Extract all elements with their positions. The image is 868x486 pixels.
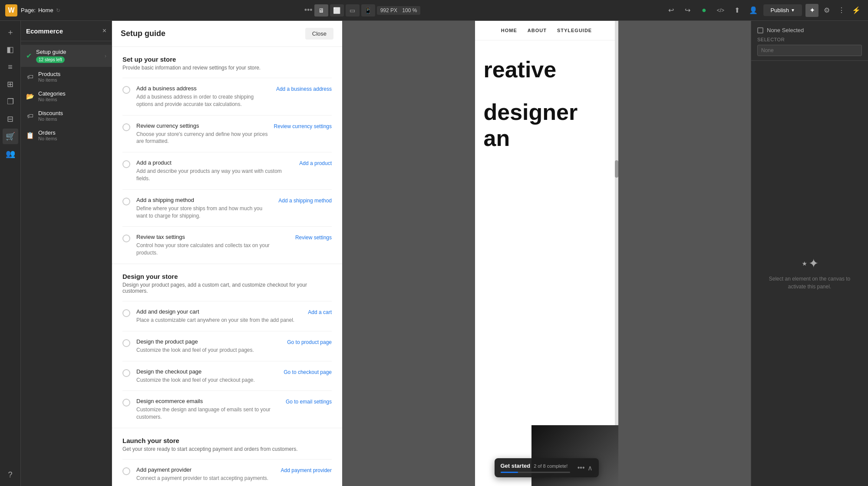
payment-link[interactable]: Add payment provider (281, 467, 332, 473)
checkout-page-link[interactable]: Go to checkout page (284, 369, 332, 375)
ecommerce-panel: Ecommerce × ✔ Setup guide 12 steps left … (21, 21, 112, 486)
cart-desc: Place a customizable cart anywhere on yo… (136, 317, 302, 324)
cms-panel-btn[interactable]: ⊟ (3, 111, 18, 127)
toast-more-btn[interactable]: ••• (578, 464, 585, 472)
site-nav-home[interactable]: HOME (501, 28, 517, 33)
address-content: Add a business address Add a business ad… (136, 85, 270, 108)
mobile-device-btn[interactable]: 📱 (361, 4, 375, 17)
cart-title: Add and design your cart (136, 308, 302, 315)
sidebar-item-discounts[interactable]: 🏷 Discounts No items (21, 106, 112, 126)
none-selected-label: None Selected (767, 27, 804, 33)
setup-store-section: Set up your store Provide basic informat… (112, 47, 342, 264)
setup-guide-panel: Setup guide Close Set up your store Prov… (112, 21, 342, 486)
currency-desc: Choose your store's currency and define … (136, 131, 268, 145)
sidebar-item-orders[interactable]: 📋 Orders No items (21, 126, 112, 145)
desktop-device-btn[interactable]: 🖥 (314, 4, 328, 17)
none-selected-row: None Selected (757, 27, 862, 33)
product-page-desc: Customize the look and feel of your prod… (136, 347, 281, 354)
site-nav-styleguide[interactable]: STYLEGUIDE (557, 28, 592, 33)
website-preview: HOME ABOUT STYLEGUIDE reative designer a… (475, 21, 618, 486)
shipping-link[interactable]: Add a shipping method (278, 198, 332, 204)
address-link[interactable]: Add a business address (276, 86, 332, 92)
topbar-center: ••• 🖥 ⬜ ▭ 📱 992 PX 100 % (64, 4, 661, 17)
redo-btn[interactable]: ↪ (681, 4, 694, 17)
export-btn[interactable]: ⬆ (730, 4, 743, 17)
tax-desc: Control how your store calculates and co… (136, 242, 289, 257)
ecommerce-panel-btn[interactable]: 🛒 (3, 129, 18, 144)
sidebar-item-setup-guide[interactable]: ✔ Setup guide 12 steps left › (21, 45, 112, 67)
setup-guide-content: Setup guide 12 steps left (36, 49, 100, 63)
more-options-icon[interactable]: ••• (304, 6, 313, 15)
product-page-link[interactable]: Go to product page (287, 339, 332, 345)
add-product-desc: Add and describe your products any way y… (136, 168, 293, 182)
page-name[interactable]: Home (38, 7, 53, 13)
shipping-title: Add a shipping method (136, 197, 272, 203)
pages-panel-btn[interactable]: ⊞ (3, 76, 18, 92)
ecommerce-panel-header: Ecommerce × (21, 21, 112, 41)
design-store-desc: Design your product pages, add a custom … (122, 282, 332, 294)
emails-link[interactable]: Go to email settings (286, 399, 332, 405)
setup-guide-badge: 12 steps left (36, 56, 65, 63)
assets-panel-btn[interactable]: ❐ (3, 94, 18, 109)
radio-cart[interactable] (122, 309, 130, 317)
ecommerce-panel-title: Ecommerce (26, 27, 63, 35)
settings-tool-btn[interactable]: ⚙ (820, 4, 833, 17)
radio-add-product[interactable] (122, 160, 130, 168)
cart-content: Add and design your cart Place a customi… (136, 308, 302, 324)
site-nav-about[interactable]: ABOUT (528, 28, 547, 33)
extra-tool-btn[interactable]: ⋮ (835, 4, 848, 17)
orders-content: Orders No items (38, 129, 106, 141)
add-panel-btn[interactable]: ＋ (3, 24, 18, 40)
radio-product-page[interactable] (122, 339, 130, 347)
element-checkbox[interactable] (757, 27, 763, 33)
currency-link[interactable]: Review currency settings (274, 123, 332, 129)
selector-input[interactable] (757, 45, 862, 56)
nav-panel-btn[interactable]: ≡ (3, 59, 18, 75)
site-scrollbar-thumb[interactable] (615, 160, 618, 178)
site-hero-line2: designer (475, 99, 618, 125)
resolution-display: 992 PX 100 % (377, 6, 421, 15)
radio-tax[interactable] (122, 235, 130, 242)
refresh-icon[interactable]: ↻ (56, 7, 60, 13)
radio-shipping[interactable] (122, 198, 130, 205)
sidebar-item-categories[interactable]: 📂 Categories No items (21, 86, 112, 106)
add-product-link[interactable]: Add a product (299, 160, 332, 166)
setup-item-currency: Review currency settings Choose your sto… (122, 115, 332, 152)
layers-panel-btn[interactable]: ◧ (3, 42, 18, 57)
canvas-hint-text: Select an element on the canvas to activ… (760, 275, 859, 291)
tax-link[interactable]: Review settings (295, 235, 332, 241)
radio-checkout-page[interactable] (122, 369, 130, 377)
page-label: Page: (21, 7, 36, 13)
cart-link[interactable]: Add a cart (308, 309, 332, 315)
radio-address[interactable] (122, 86, 130, 94)
discounts-icon: 🏷 (26, 112, 34, 119)
select-tool-btn[interactable]: ✦ (805, 4, 818, 17)
app-logo[interactable]: W (5, 4, 17, 17)
lightning-tool-btn[interactable]: ⚡ (850, 4, 863, 17)
sidebar-item-products[interactable]: 🏷 Products No items (21, 67, 112, 86)
undo-btn[interactable]: ↩ (664, 4, 677, 17)
tablet-device-btn[interactable]: ⬜ (330, 4, 344, 17)
toast-collapse-btn[interactable]: ∧ (587, 464, 593, 472)
members-panel-btn[interactable]: 👥 (3, 146, 18, 162)
user-icon[interactable]: 👤 (747, 4, 760, 17)
publish-button[interactable]: Publish ▼ (763, 4, 802, 16)
tool-selector: ✦ ⚙ ⋮ ⚡ (805, 4, 863, 17)
setup-guide-close-btn[interactable]: Close (305, 28, 333, 40)
ecommerce-close-btn[interactable]: × (102, 27, 106, 35)
status-indicator: ● (697, 4, 710, 17)
radio-currency[interactable] (122, 123, 130, 131)
mobile-wide-device-btn[interactable]: ▭ (346, 4, 360, 17)
help-panel-btn[interactable]: ? (3, 467, 18, 483)
setup-item-tax: Review tax settings Control how your sto… (122, 226, 332, 264)
get-started-toast: Get started 2 of 8 complete! ••• ∧ (495, 458, 599, 477)
setup-guide-body: Set up your store Provide basic informat… (112, 47, 342, 486)
setup-store-desc: Provide basic information and review set… (122, 65, 332, 71)
discounts-label: Discounts (38, 110, 106, 116)
code-view-btn[interactable]: </> (714, 4, 727, 17)
emails-desc: Customize the design and language of ema… (136, 406, 280, 421)
publish-chevron-icon: ▼ (791, 8, 795, 13)
products-label: Products (38, 71, 106, 77)
radio-payment[interactable] (122, 467, 130, 475)
radio-emails[interactable] (122, 399, 130, 407)
